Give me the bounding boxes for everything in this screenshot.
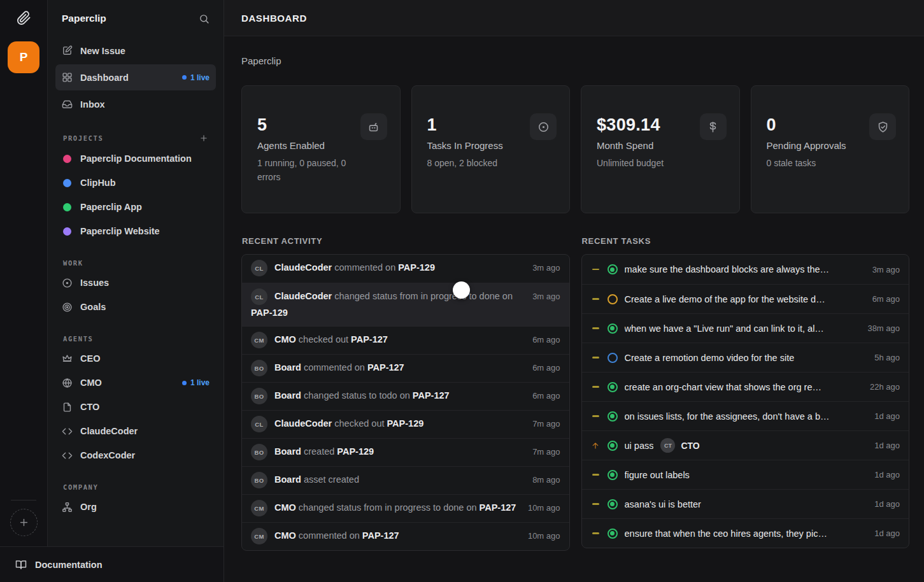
stat-sublabel: 8 open, 2 blocked [427, 157, 539, 171]
stat-icon-tile [360, 113, 387, 140]
goals-icon [62, 302, 73, 313]
activity-text: CMCMO checked out PAP-127 [251, 332, 532, 348]
sidebar-sections: PROJECTSPaperclip DocumentationClipHubPa… [48, 118, 224, 519]
task-row[interactable]: create an org-chart view that shows the … [582, 372, 909, 401]
add-project-icon[interactable] [199, 134, 208, 143]
sidebar-item-label: New Issue [80, 46, 125, 56]
sidebar-item-label: Inbox [80, 99, 105, 110]
activity-row[interactable]: CLClaudeCoder changed status from in pro… [242, 283, 569, 326]
sidebar-item-label: ClaudeCoder [80, 426, 138, 436]
activity-row[interactable]: CLClaudeCoder commented on PAP-1293m ago [242, 255, 569, 283]
live-badge-label: 1 live [190, 378, 210, 387]
sidebar-item-label: Paperclip App [80, 202, 142, 212]
activity-text: CLClaudeCoder commented on PAP-129 [251, 260, 532, 276]
sidebar-item-paperclip-website[interactable]: Paperclip Website [55, 219, 216, 243]
activity-row[interactable]: BOBoard asset created8m ago [242, 466, 569, 494]
sidebar-item-org[interactable]: Org [55, 495, 216, 519]
activity-row[interactable]: CMCMO commented on PAP-12710m ago [242, 522, 569, 550]
search-icon[interactable] [199, 13, 210, 24]
activity-row[interactable]: BOBoard created PAP-1297m ago [242, 438, 569, 466]
live-badge: 1 live [182, 378, 210, 387]
sidebar-item-issues[interactable]: Issues [55, 271, 216, 295]
task-row[interactable]: Create a live demo of the app for the we… [582, 284, 909, 313]
activity-text: CLClaudeCoder changed status from in pro… [251, 288, 532, 321]
task-row[interactable]: on issues lists, for the assignees, don'… [582, 401, 909, 430]
task-row[interactable]: ensure that when the ceo hires agents, t… [582, 518, 909, 548]
live-badge: 1 live [182, 73, 210, 82]
task-row[interactable]: figure out labels1d ago [582, 460, 909, 489]
sidebar-item-cliphub[interactable]: ClipHub [55, 171, 216, 195]
sidebar-header: Paperclip [48, 0, 224, 37]
activity-time: 10m ago [528, 528, 560, 544]
status-done-icon [608, 529, 618, 539]
activity-row[interactable]: BOBoard changed status to todo on PAP-12… [242, 382, 569, 410]
sidebar-item-cto[interactable]: CTO [55, 395, 216, 419]
left-pane: P Paperclip New IssueDashboard1 li [0, 0, 224, 582]
activity-row[interactable]: BOBoard commented on PAP-1276m ago [242, 354, 569, 382]
task-time: 1d ago [874, 411, 900, 421]
activity-row[interactable]: CLClaudeCoder checked out PAP-1297m ago [242, 410, 569, 438]
status-todo-icon [608, 353, 618, 363]
task-row[interactable]: ui passCTCTO1d ago [582, 430, 909, 460]
project-dot-icon [63, 203, 71, 211]
activity-row[interactable]: CMCMO changed status from in progress to… [242, 494, 569, 522]
live-dot-icon [182, 381, 187, 385]
topbar: DASHBOARD [224, 0, 924, 36]
task-title: asana's ui is better [625, 499, 701, 509]
activity-time: 6m ago [532, 388, 560, 404]
activity-text: CMCMO commented on PAP-127 [251, 528, 528, 544]
sidebar-item-cmo[interactable]: CMO1 live [55, 371, 216, 395]
main-pane: DASHBOARD Paperclip 5Agents Enabled1 run… [224, 0, 924, 582]
assignee-name: CTO [681, 441, 699, 451]
activity-time: 3m ago [532, 288, 560, 304]
dashboard-icon [62, 72, 73, 83]
sidebar-item-paperclip-app[interactable]: Paperclip App [55, 195, 216, 219]
task-row[interactable]: when we have a "Live run" and can link t… [582, 313, 909, 343]
sidebar-section-work: WORKIssuesGoals [48, 258, 224, 319]
priority-medium-icon [591, 298, 601, 300]
add-workspace-button[interactable] [10, 509, 38, 536]
avatar: BO [251, 360, 267, 376]
sidebar-title: Paperclip [62, 13, 106, 24]
section-title: WORK [63, 259, 83, 267]
task-time: 22h ago [870, 382, 900, 392]
sidebar-item-new-issue[interactable]: New Issue [55, 38, 216, 64]
avatar: BO [251, 444, 267, 460]
activity-row[interactable]: CMCMO checked out PAP-1276m ago [242, 326, 569, 354]
activity-text: CLClaudeCoder checked out PAP-129 [251, 416, 532, 432]
workspace-avatar[interactable]: P [8, 41, 39, 73]
paperclip-logo-icon [17, 11, 31, 25]
task-row[interactable]: asana's ui is better1d ago [582, 489, 909, 518]
recent-tasks-panel: RECENT TASKS make sure the dashboard blo… [581, 236, 910, 548]
sidebar-item-label: CTO [80, 402, 99, 412]
project-dot-icon [63, 227, 71, 236]
section-header: PROJECTS [48, 132, 224, 146]
sidebar-item-label: Goals [80, 302, 106, 312]
stat-card-tasks-in-progress: 1Tasks In Progress8 open, 2 blocked [411, 85, 571, 213]
activity-text: BOBoard created PAP-129 [251, 444, 532, 460]
documentation-link[interactable]: Documentation [0, 546, 224, 582]
activity-time: 8m ago [532, 472, 560, 488]
shield-check-icon [877, 121, 889, 133]
section-title: AGENTS [63, 335, 94, 343]
task-row[interactable]: Create a remotion demo video for the sit… [582, 343, 909, 372]
activity-time: 6m ago [532, 332, 560, 348]
sidebar-item-label: Org [80, 502, 97, 512]
task-row[interactable]: make sure the dashboard blocks are alway… [582, 255, 909, 284]
sidebar-item-label: ClipHub [80, 178, 116, 188]
sidebar-item-dashboard[interactable]: Dashboard1 live [55, 64, 216, 90]
sidebar-item-claudecoder[interactable]: ClaudeCoder [55, 419, 216, 443]
activity-text: BOBoard asset created [251, 472, 532, 488]
avatar: CM [251, 332, 267, 348]
sidebar-item-inbox[interactable]: Inbox [55, 91, 216, 117]
robot-icon [367, 121, 380, 133]
task-time: 3m ago [872, 265, 900, 274]
sidebar: Paperclip New IssueDashboard1 liveInbox … [48, 0, 224, 546]
sidebar-item-goals[interactable]: Goals [55, 295, 216, 319]
sidebar-item-ceo[interactable]: CEO [55, 346, 216, 371]
sidebar-item-paperclip-documentation[interactable]: Paperclip Documentation [55, 146, 216, 171]
status-done-icon [608, 264, 618, 274]
recent-tasks-list: make sure the dashboard blocks are alway… [581, 254, 910, 548]
sidebar-item-codexcoder[interactable]: CodexCoder [55, 443, 216, 467]
documentation-label: Documentation [35, 560, 103, 570]
